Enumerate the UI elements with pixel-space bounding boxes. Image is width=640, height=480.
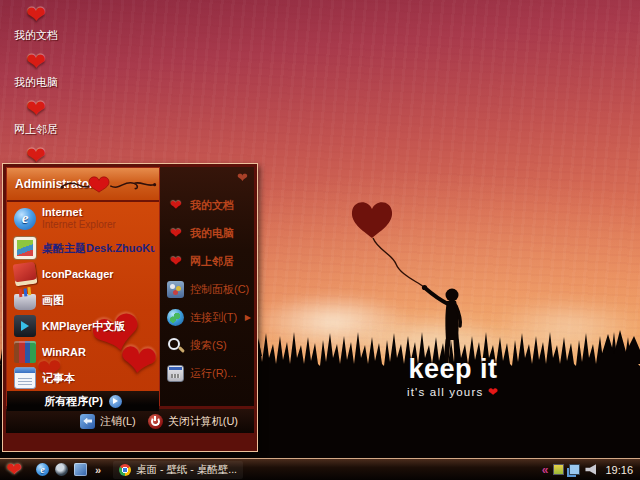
start-menu-footer: 注销(L) 关闭计算机(U): [6, 409, 254, 433]
notepad-icon: [14, 367, 36, 389]
menu-item-my-computer[interactable]: ❤ 我的电脑: [160, 219, 254, 247]
heart-icon: ❤: [26, 96, 46, 122]
heart-balloon: [352, 202, 392, 238]
search-icon: [167, 337, 184, 354]
heart-icon: ❤: [167, 197, 184, 214]
menu-item-internet[interactable]: Internet Internet Explorer: [7, 202, 159, 235]
clock: 19:16: [605, 464, 633, 476]
desktop: keep it it's all yours ❤ ❤ 我的文档 ❤ 我的电脑 ❤…: [0, 0, 640, 480]
archive-books-icon: [14, 341, 36, 363]
desktop-icon-label: 我的电脑: [14, 75, 58, 90]
run-icon: [167, 365, 184, 382]
control-panel-icon: [167, 281, 184, 298]
logoff-button[interactable]: 注销(L): [80, 414, 135, 429]
desktop-icon-my-computer[interactable]: ❤ 我的电脑: [4, 49, 68, 96]
wallpaper-subline: it's all yours ❤: [393, 386, 513, 399]
desktop-icon-list: ❤ 我的文档 ❤ 我的电脑 ❤ 网上邻居 ❤: [4, 2, 68, 190]
media-player-icon: [14, 315, 36, 337]
menu-item-search[interactable]: 搜索(S): [160, 331, 254, 359]
start-menu-right-column: ❤ ❤ 我的文档 ❤ 我的电脑 ❤ 网上邻居 控制面板(C): [160, 167, 254, 406]
heart-icon: ❤: [26, 49, 46, 75]
wallpaper-headline: keep it: [393, 356, 513, 383]
heart-icon: ❤: [167, 225, 184, 242]
image-tray-icon[interactable]: [553, 464, 564, 475]
pinned-programs-list: ❤ ❤ ❤ Internet Internet Explorer 桌酷主题Des…: [7, 202, 159, 391]
menu-item-control-panel[interactable]: 控制面板(C): [160, 275, 254, 303]
heart-icon: ❤: [6, 459, 22, 480]
menu-item-iconpackager[interactable]: IconPackager: [7, 261, 159, 287]
menu-item-connect-to[interactable]: 连接到(T) ▶: [160, 303, 254, 331]
all-programs-button[interactable]: 所有程序(P): [7, 391, 159, 411]
shutdown-button[interactable]: 关闭计算机(U): [148, 414, 238, 429]
start-button[interactable]: ❤: [6, 460, 22, 479]
menu-item-kmplayer[interactable]: KMPlayer中文版: [7, 313, 159, 339]
system-tray: « 19:16: [542, 463, 640, 477]
menu-item-my-documents[interactable]: ❤ 我的文档: [160, 191, 254, 219]
all-programs-arrow-icon: [109, 395, 122, 408]
menu-item-run[interactable]: 运行(R)...: [160, 359, 254, 387]
decor-heart-icon: ❤: [237, 170, 248, 185]
desktop-icon-label: 我的文档: [14, 28, 58, 43]
desktop-icon-my-documents[interactable]: ❤ 我的文档: [4, 2, 68, 49]
ie-quick-launch-icon[interactable]: [36, 463, 49, 476]
volume-tray-icon[interactable]: [585, 464, 596, 475]
red-book-icon: [13, 262, 38, 287]
task-button-wallpaper-page[interactable]: 桌面 - 壁纸 - 桌酷壁...: [113, 461, 243, 479]
chrome-icon: [119, 464, 131, 476]
desktop-icon-label: 网上邻居: [14, 122, 58, 137]
quick-launch-bar: »: [36, 463, 101, 476]
power-icon: [148, 414, 163, 429]
quick-launch-overflow-icon[interactable]: »: [95, 464, 101, 476]
menu-item-notepad[interactable]: 记事本: [7, 365, 159, 391]
globe-icon: [167, 309, 184, 326]
internet-explorer-icon: [14, 208, 36, 230]
wallpaper-caption: keep it it's all yours ❤: [393, 356, 513, 399]
heart-icon: ❤: [26, 2, 46, 28]
menu-item-winrar[interactable]: WinRAR: [7, 339, 159, 365]
start-menu: Administrator ❤ ❤ ❤: [2, 163, 258, 452]
tray-collapse-icon[interactable]: «: [542, 463, 549, 477]
balloon-string: [373, 238, 424, 287]
network-tray-icon[interactable]: [569, 464, 580, 475]
taskbar: ❤ » 桌面 - 壁纸 - 桌酷壁... « 19:16: [0, 458, 640, 480]
start-menu-left-column: Administrator ❤ ❤ ❤: [6, 167, 160, 406]
submenu-arrow-icon: ▶: [245, 313, 251, 322]
menu-item-paint[interactable]: 画图: [7, 287, 159, 313]
browser-quick-launch-icon[interactable]: [74, 463, 87, 476]
desktop-icon-network-places[interactable]: ❤ 网上邻居: [4, 96, 68, 143]
media-player-quick-launch-icon[interactable]: [55, 463, 68, 476]
heart-icon: ❤: [488, 385, 499, 399]
start-menu-header: Administrator: [7, 168, 159, 202]
menu-item-network-places[interactable]: ❤ 网上邻居: [160, 247, 254, 275]
heart-icon: ❤: [167, 253, 184, 270]
paint-cup-icon: [14, 294, 36, 310]
heart-swirl-decoration: [59, 169, 159, 199]
logoff-icon: [80, 414, 95, 429]
menu-item-zhuoku-theme[interactable]: 桌酷主题Desk.ZhuoKu.Com: [7, 235, 159, 261]
theme-picture-icon: [14, 237, 36, 259]
